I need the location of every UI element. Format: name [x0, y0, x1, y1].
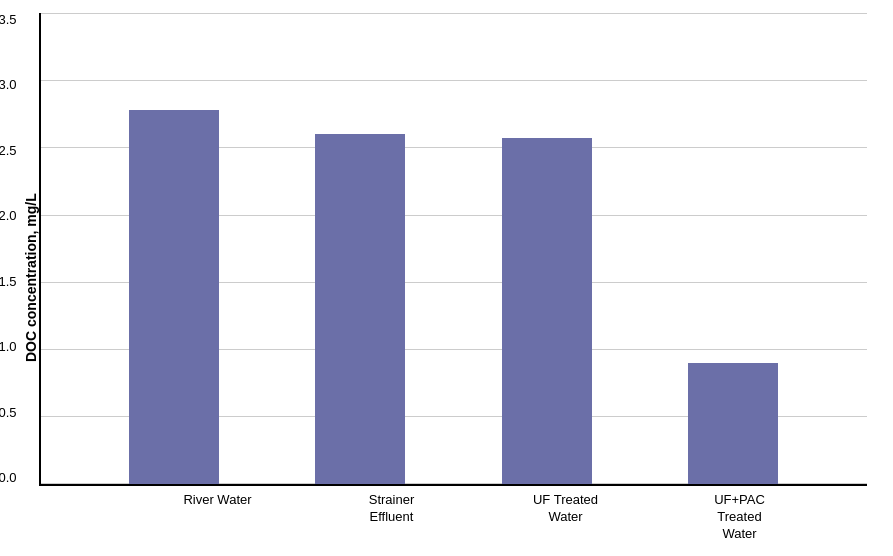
chart-area: DOC concentration, mg/L 3.53.02.52.01.51… — [17, 13, 877, 543]
bar — [688, 363, 778, 484]
y-axis-label: DOC concentration, mg/L — [17, 13, 39, 543]
y-tick: 0.5 — [0, 406, 17, 419]
y-tick: 1.5 — [0, 275, 17, 288]
x-labels-outer: River WaterStrainer EffluentUF TreatedWa… — [39, 486, 877, 543]
y-tick: 2.5 — [0, 144, 17, 157]
x-label: UF TreatedWater — [521, 492, 611, 543]
y-tick: 1.0 — [0, 340, 17, 353]
chart-container: DOC concentration, mg/L 3.53.02.52.01.51… — [17, 13, 877, 543]
x-label: River Water — [173, 492, 263, 543]
bar — [502, 138, 592, 484]
chart-inner: 3.53.02.52.01.51.00.50.0 River WaterStra… — [39, 13, 877, 543]
bar-group — [315, 13, 405, 484]
bar — [315, 134, 405, 484]
bar-group — [129, 13, 219, 484]
y-tick: 2.0 — [0, 209, 17, 222]
bar — [129, 110, 219, 484]
bars-row — [41, 13, 867, 484]
y-ticks: 3.53.02.52.01.51.00.50.0 — [0, 13, 17, 484]
bar-group — [502, 13, 592, 484]
y-tick: 0.0 — [0, 471, 17, 484]
y-tick: 3.5 — [0, 13, 17, 26]
x-label: Strainer Effluent — [347, 492, 437, 543]
plot-area: 3.53.02.52.01.51.00.50.0 — [39, 13, 867, 486]
bar-group — [688, 13, 778, 484]
x-label: UF+PAC TreatedWater — [695, 492, 785, 543]
y-tick: 3.0 — [0, 78, 17, 91]
x-labels-row: River WaterStrainer EffluentUF TreatedWa… — [91, 486, 867, 543]
